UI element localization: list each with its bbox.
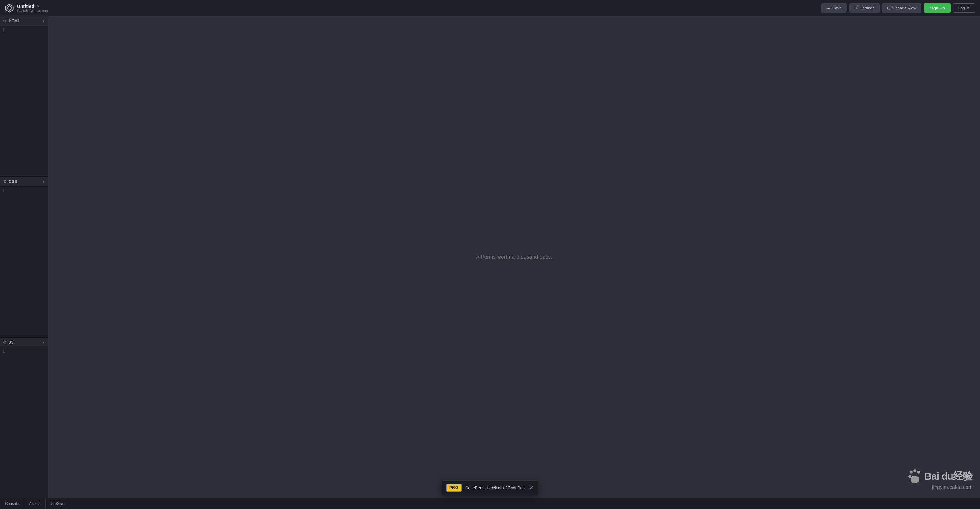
svg-point-11	[908, 475, 912, 478]
pen-title-text[interactable]: Untitled	[17, 3, 34, 9]
monitor-icon	[887, 6, 891, 10]
js-chevron-icon[interactable]: ▾	[43, 341, 45, 344]
js-panel-label: JS	[9, 340, 14, 344]
html-panel-label: HTML	[9, 19, 20, 23]
baidu-watermark: Bai du经验 jingyan.baidu.com	[907, 468, 972, 490]
toast-message: CodePen: Unlock all of CodePen	[465, 485, 525, 490]
header-right: Save Settings Change View Sign Up Log In	[821, 3, 975, 13]
save-label: Save	[832, 6, 842, 10]
baidu-logo-row: Bai du经验	[907, 468, 972, 485]
pen-title-row: Untitled ✎	[17, 3, 48, 9]
header-left: Untitled ✎ Captain Anonymous	[5, 3, 48, 13]
settings-label: Settings	[860, 6, 875, 10]
svg-point-9	[913, 469, 916, 473]
js-panel-header: ⚙ JS ▾	[0, 338, 48, 347]
signup-button[interactable]: Sign Up	[924, 3, 951, 13]
signup-label: Sign Up	[930, 6, 945, 10]
cmd-icon: ⌘	[51, 501, 54, 506]
login-button[interactable]: Log In	[953, 3, 975, 13]
tab-assets[interactable]: Assets	[24, 498, 46, 509]
change-view-button[interactable]: Change View	[882, 3, 921, 13]
pen-author: Captain Anonymous	[17, 9, 48, 13]
css-line-1: 1	[3, 189, 5, 193]
baidu-url: jingyan.baidu.com	[907, 485, 972, 490]
html-chevron-icon[interactable]: ▾	[43, 19, 45, 23]
console-tab-label: Console	[5, 501, 19, 506]
css-panel-label: CSS	[9, 179, 18, 184]
toast: PRO CodePen: Unlock all of CodePen ✕	[442, 480, 538, 495]
js-panel: ⚙ JS ▾ 1	[0, 338, 48, 498]
toast-pro-badge: PRO	[446, 484, 461, 492]
js-editor-body[interactable]: 1	[0, 347, 48, 498]
css-chevron-icon[interactable]: ▾	[43, 180, 45, 184]
html-line-1: 1	[3, 28, 5, 32]
assets-tab-label: Assets	[29, 501, 40, 506]
css-gear-icon[interactable]: ⚙	[3, 179, 6, 184]
baidu-paw-icon	[907, 468, 923, 485]
settings-gear-icon	[854, 6, 858, 10]
tab-keys[interactable]: ⌘ Keys	[46, 498, 70, 509]
left-panels: ⚙ HTML ▾ 1 ⚙ CSS ▾ 1	[0, 16, 48, 498]
js-header-left: ⚙ JS	[3, 340, 14, 344]
css-panel-header: ⚙ CSS ▾	[0, 177, 48, 187]
html-panel: ⚙ HTML ▾ 1	[0, 16, 48, 177]
css-editor-body[interactable]: 1	[0, 187, 48, 337]
login-label: Log In	[958, 6, 970, 10]
js-line-1: 1	[3, 349, 5, 354]
html-panel-header: ⚙ HTML ▾	[0, 16, 48, 26]
bottom-bar: Console Assets ⌘ Keys	[0, 498, 980, 509]
settings-button[interactable]: Settings	[849, 3, 880, 13]
html-editor-body[interactable]: 1	[0, 26, 48, 176]
change-view-label: Change View	[892, 6, 916, 10]
toast-container: PRO CodePen: Unlock all of CodePen ✕	[442, 480, 538, 495]
edit-title-icon[interactable]: ✎	[36, 4, 39, 8]
js-gear-icon[interactable]: ⚙	[3, 340, 6, 344]
title-block: Untitled ✎ Captain Anonymous	[17, 3, 48, 13]
svg-point-8	[910, 471, 913, 474]
keys-tab-label: Keys	[56, 501, 64, 506]
svg-point-12	[910, 476, 919, 484]
preview-area: A Pen is worth a thousand docs. Bai du经验…	[48, 16, 980, 498]
css-panel: ⚙ CSS ▾ 1	[0, 177, 48, 338]
preview-tagline: A Pen is worth a thousand docs.	[476, 254, 552, 260]
html-header-left: ⚙ HTML	[3, 19, 20, 23]
css-header-left: ⚙ CSS	[3, 179, 18, 184]
toast-close-button[interactable]: ✕	[528, 485, 534, 491]
header: Untitled ✎ Captain Anonymous Save Settin…	[0, 0, 980, 16]
baidu-text: Bai du经验	[924, 469, 972, 484]
main-area: ⚙ HTML ▾ 1 ⚙ CSS ▾ 1	[0, 16, 980, 498]
svg-point-10	[917, 471, 920, 474]
html-gear-icon[interactable]: ⚙	[3, 19, 6, 23]
tab-console[interactable]: Console	[0, 498, 24, 509]
cloud-icon	[826, 6, 830, 10]
svg-marker-1	[7, 6, 11, 10]
save-button[interactable]: Save	[821, 3, 847, 13]
codepen-logo-icon	[5, 4, 14, 13]
